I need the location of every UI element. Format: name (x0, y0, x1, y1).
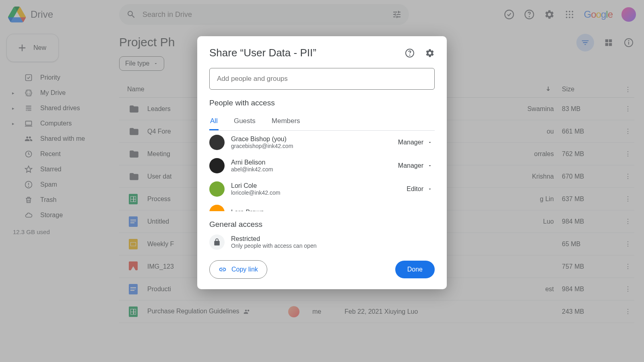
copy-link-button[interactable]: Copy link (209, 260, 267, 279)
chevron-down-icon (427, 187, 432, 191)
person-avatar (209, 135, 225, 150)
people-section-title: People with access (209, 99, 435, 107)
svg-point-23 (410, 55, 410, 55)
role-label: Editor (407, 185, 423, 193)
person-avatar (209, 158, 225, 173)
tab-guests[interactable]: Guests (233, 113, 256, 130)
restricted-desc: Only people with access can open (231, 243, 316, 249)
tab-all[interactable]: All (209, 113, 219, 130)
person-name: Grace Bishop (you) (231, 136, 392, 143)
people-list: Grace Bishop (you)gracebishop@ink42.comM… (209, 131, 435, 211)
person-avatar (209, 205, 225, 211)
share-dialog: Share “User Data - PII” People with acce… (197, 36, 447, 289)
person-row: Lara Brown (209, 201, 435, 211)
restricted-title: Restricted (231, 235, 316, 243)
person-row: Lori Coleloricole@ink42.comEditor (209, 177, 435, 201)
dialog-settings-icon[interactable] (425, 48, 435, 58)
role-select[interactable]: Editor (407, 185, 435, 193)
link-icon (219, 265, 227, 274)
person-name: Lara Brown (231, 209, 435, 211)
add-people-input[interactable] (209, 68, 435, 90)
person-row: Grace Bishop (you)gracebishop@ink42.comM… (209, 131, 435, 154)
role-label: Manager (398, 162, 423, 169)
done-button[interactable]: Done (395, 261, 435, 278)
dialog-title: Share “User Data - PII” (209, 47, 405, 59)
access-tabs: AllGuestsMembers (209, 113, 435, 131)
modal-overlay[interactable]: Share “User Data - PII” People with acce… (0, 0, 644, 362)
chevron-down-icon (427, 163, 432, 168)
person-row: Arni Belisonabel@ink42.comManager (209, 154, 435, 177)
role-select[interactable]: Manager (398, 139, 435, 146)
person-email: abel@ink42.com (231, 166, 392, 173)
lock-icon (209, 234, 225, 250)
person-email: gracebishop@ink42.com (231, 143, 392, 149)
copy-link-label: Copy link (231, 266, 258, 273)
person-avatar (209, 181, 225, 197)
person-name: Arni Belison (231, 159, 392, 166)
role-select[interactable]: Manager (398, 162, 435, 169)
person-email: loricole@ink42.com (231, 189, 400, 196)
general-section-title: General access (209, 220, 435, 229)
role-label: Manager (398, 139, 423, 146)
chevron-down-icon (427, 140, 432, 145)
tab-members[interactable]: Members (271, 113, 301, 130)
general-access-row[interactable]: Restricted Only people with access can o… (209, 234, 435, 250)
dialog-help-icon[interactable] (405, 48, 415, 58)
person-name: Lori Cole (231, 182, 400, 189)
